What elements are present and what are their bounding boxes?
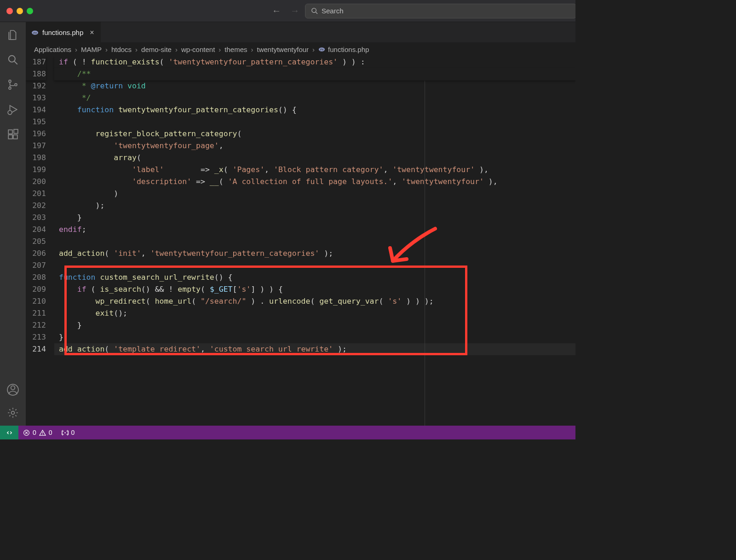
remote-button[interactable] <box>0 426 18 439</box>
activity-bar <box>0 22 26 426</box>
nav-forward-button: → <box>290 6 299 16</box>
svg-point-24 <box>42 434 43 435</box>
line-number-gutter: 1871881921931941951961971981992002012022… <box>26 56 54 426</box>
svg-point-25 <box>64 432 65 433</box>
svg-rect-9 <box>8 130 12 134</box>
svg-text:php: php <box>33 31 37 34</box>
code-area[interactable]: if ( ! function_exists( 'twentytwentyfou… <box>54 56 575 426</box>
breadcrumb-item[interactable]: phpfunctions.php <box>318 46 369 53</box>
title-bar: ← → Search <box>0 0 575 22</box>
ports-count: 0 <box>71 429 75 436</box>
breadcrumb-item[interactable]: demo-site <box>141 46 172 53</box>
svg-point-13 <box>11 386 15 390</box>
chevron-right-icon: › <box>218 46 221 53</box>
editor-group: php functions.php × Applications›MAMP›ht… <box>26 22 575 426</box>
extensions-icon[interactable] <box>6 128 19 141</box>
error-count: 0 <box>33 429 36 436</box>
breadcrumb-item[interactable]: themes <box>224 46 247 53</box>
warning-count: 0 <box>49 429 52 436</box>
breadcrumbs[interactable]: Applications›MAMP›htdocs›demo-site›wp-co… <box>26 42 575 56</box>
minimize-window-button[interactable] <box>17 8 23 14</box>
breadcrumb-item[interactable]: twentytwentyfour <box>257 46 309 53</box>
svg-point-0 <box>312 8 316 12</box>
settings-gear-icon[interactable] <box>6 406 19 419</box>
chevron-right-icon: › <box>105 46 108 53</box>
chevron-right-icon: › <box>75 46 77 53</box>
php-file-icon: php <box>31 29 39 36</box>
command-center-search[interactable]: Search <box>305 4 575 18</box>
svg-rect-12 <box>14 129 18 133</box>
svg-point-4 <box>9 80 11 82</box>
svg-point-6 <box>15 84 17 86</box>
breadcrumb-item[interactable]: htdocs <box>111 46 132 53</box>
chevron-right-icon: › <box>312 46 315 53</box>
accounts-icon[interactable] <box>6 383 19 396</box>
close-window-button[interactable] <box>6 8 13 14</box>
tab-strip: php functions.php × <box>26 22 575 42</box>
maximize-window-button[interactable] <box>27 8 33 14</box>
tab-close-icon[interactable]: × <box>90 29 94 36</box>
svg-point-2 <box>9 56 15 62</box>
tab-functions-php[interactable]: php functions.php × <box>26 22 101 42</box>
explorer-icon[interactable] <box>6 29 19 41</box>
window-controls <box>0 8 33 14</box>
ports-button[interactable]: 0 <box>57 426 80 439</box>
code-editor[interactable]: 1871881921931941951961971981992002012022… <box>26 56 575 426</box>
search-activity-icon[interactable] <box>6 53 19 66</box>
search-placeholder: Search <box>322 7 344 15</box>
svg-rect-11 <box>13 135 17 139</box>
svg-point-15 <box>12 411 15 415</box>
error-icon <box>23 429 30 436</box>
breadcrumb-item[interactable]: Applications <box>34 46 71 53</box>
svg-point-5 <box>9 87 11 89</box>
breadcrumb-item[interactable]: MAMP <box>81 46 102 53</box>
warning-icon <box>39 429 46 436</box>
svg-text:php: php <box>320 48 324 51</box>
svg-line-3 <box>14 61 17 64</box>
problems-button[interactable]: 0 0 <box>18 426 57 439</box>
run-debug-icon[interactable] <box>6 103 19 116</box>
search-icon <box>311 7 318 14</box>
chevron-right-icon: › <box>135 46 138 53</box>
svg-point-8 <box>8 110 12 115</box>
source-control-icon[interactable] <box>6 78 19 91</box>
radio-tower-icon <box>62 429 69 436</box>
svg-line-1 <box>316 12 317 14</box>
breadcrumb-item[interactable]: wp-content <box>181 46 215 53</box>
status-bar: 0 0 0 <box>0 426 575 439</box>
svg-rect-10 <box>8 135 12 139</box>
chevron-right-icon: › <box>175 46 178 53</box>
tab-label: functions.php <box>42 29 83 36</box>
nav-back-button[interactable]: ← <box>272 6 281 16</box>
chevron-right-icon: › <box>251 46 253 53</box>
nav-arrows: ← → <box>272 6 305 16</box>
